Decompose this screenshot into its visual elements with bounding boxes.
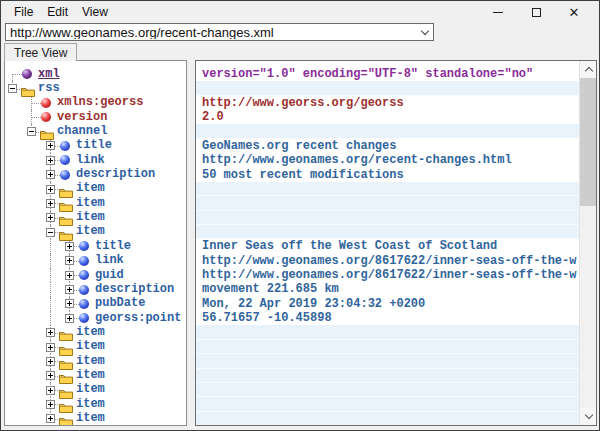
value-row[interactable]: http://www.geonames.org/8617622/inner-se… bbox=[196, 268, 579, 282]
value-row[interactable]: http://www.geonames.org/8617622/inner-se… bbox=[196, 254, 579, 268]
tree-row: pubDate bbox=[5, 297, 186, 311]
tree-node-label[interactable]: item bbox=[76, 398, 105, 411]
expand-toggle-icon[interactable] bbox=[65, 299, 74, 308]
tree-node-label[interactable]: guid bbox=[95, 269, 124, 282]
maximize-button[interactable] bbox=[517, 1, 555, 23]
collapse-toggle-icon[interactable] bbox=[27, 127, 36, 136]
collapse-toggle-icon[interactable] bbox=[8, 84, 17, 93]
tree-row: item bbox=[5, 225, 186, 239]
tree-node-label[interactable]: xmlns:georss bbox=[57, 96, 143, 109]
tree-guide-line bbox=[12, 74, 22, 75]
menu-edit[interactable]: Edit bbox=[40, 3, 75, 21]
tree-node-label[interactable]: title bbox=[76, 139, 112, 152]
vertical-scrollbar[interactable] bbox=[579, 61, 596, 425]
expand-toggle-icon[interactable] bbox=[46, 343, 55, 352]
expand-toggle-icon[interactable] bbox=[46, 156, 55, 165]
expand-toggle-icon[interactable] bbox=[46, 328, 55, 337]
tree-row: item bbox=[5, 383, 186, 397]
menu-view[interactable]: View bbox=[75, 3, 115, 21]
value-row-empty bbox=[196, 182, 579, 196]
tree-row: item bbox=[5, 354, 186, 368]
scroll-down-button[interactable] bbox=[580, 408, 597, 425]
expand-toggle-icon[interactable] bbox=[65, 242, 74, 251]
expand-toggle-icon[interactable] bbox=[46, 213, 55, 222]
collapse-toggle-icon[interactable] bbox=[46, 228, 55, 237]
tree-node-label[interactable]: description bbox=[76, 168, 155, 181]
expand-toggle-icon[interactable] bbox=[65, 285, 74, 294]
expand-toggle-icon[interactable] bbox=[46, 185, 55, 194]
pane-splitter[interactable] bbox=[187, 60, 195, 426]
value-row[interactable]: movement 221.685 km bbox=[196, 282, 579, 296]
value-row[interactable]: http://www.georss.org/georss bbox=[196, 96, 579, 110]
scrollbar-thumb[interactable] bbox=[580, 78, 597, 206]
blue-sphere-icon bbox=[79, 313, 89, 323]
blue-sphere-icon bbox=[60, 155, 70, 165]
tree-row: channel bbox=[5, 124, 186, 138]
tree-node-label[interactable]: georss:point bbox=[95, 312, 181, 325]
tree-node-label[interactable]: xml bbox=[38, 68, 60, 81]
tree-node-label[interactable]: item bbox=[76, 340, 105, 353]
expand-toggle-icon[interactable] bbox=[46, 386, 55, 395]
value-row[interactable]: 56.71657 -10.45898 bbox=[196, 311, 579, 325]
tree-node-label[interactable]: title bbox=[95, 240, 131, 253]
tree-row: georss:point bbox=[5, 311, 186, 325]
expand-toggle-icon[interactable] bbox=[46, 357, 55, 366]
tree-node-label[interactable]: rss bbox=[38, 82, 60, 95]
tree-node-label[interactable]: item bbox=[76, 326, 105, 339]
tree-node-label[interactable]: item bbox=[76, 225, 105, 238]
expand-toggle-icon[interactable] bbox=[65, 314, 74, 323]
tree-node-label[interactable]: item bbox=[76, 182, 105, 195]
tree-node-label[interactable]: version bbox=[57, 111, 107, 124]
tree-node-label[interactable]: item bbox=[76, 197, 105, 210]
expand-toggle-icon[interactable] bbox=[46, 371, 55, 380]
url-input[interactable] bbox=[6, 25, 417, 39]
menu-file[interactable]: File bbox=[7, 3, 40, 21]
value-row-empty bbox=[196, 124, 579, 138]
tree-row: title bbox=[5, 239, 186, 253]
value-row[interactable]: version="1.0" encoding="UTF-8" standalon… bbox=[196, 67, 579, 81]
value-row[interactable]: Mon, 22 Apr 2019 23:04:32 +0200 bbox=[196, 297, 579, 311]
chevron-down-icon bbox=[584, 411, 592, 419]
tree-row: version bbox=[5, 110, 186, 124]
tree-node-label[interactable]: item bbox=[76, 211, 105, 224]
close-button[interactable]: ✕ bbox=[555, 1, 593, 23]
red-sphere-icon bbox=[41, 98, 51, 108]
combobox-dropdown-button[interactable] bbox=[417, 24, 433, 40]
expand-toggle-icon[interactable] bbox=[46, 170, 55, 179]
expand-toggle-icon[interactable] bbox=[65, 256, 74, 265]
scroll-up-button[interactable] bbox=[580, 61, 597, 78]
tab-tree-view[interactable]: Tree View bbox=[4, 43, 77, 61]
tree-node-label[interactable]: description bbox=[95, 283, 174, 296]
tree-node-label[interactable]: item bbox=[76, 412, 105, 425]
tree-row: item bbox=[5, 340, 186, 354]
tree-guide-line bbox=[50, 297, 51, 311]
value-row[interactable]: Inner Seas off the West Coast of Scotlan… bbox=[196, 239, 579, 253]
expand-toggle-icon[interactable] bbox=[46, 141, 55, 150]
expand-toggle-icon[interactable] bbox=[65, 271, 74, 280]
tree-node-label[interactable]: pubDate bbox=[95, 297, 145, 310]
value-row[interactable]: 2.0 bbox=[196, 110, 579, 124]
tree-node-label[interactable]: link bbox=[76, 154, 105, 167]
value-row[interactable]: GeoNames.org recent changes bbox=[196, 139, 579, 153]
value-row-empty bbox=[196, 211, 579, 225]
maximize-icon bbox=[532, 8, 541, 17]
value-row[interactable]: 50 most recent modifications bbox=[196, 168, 579, 182]
window-controls: ✕ bbox=[479, 1, 593, 23]
expand-toggle-icon[interactable] bbox=[46, 400, 55, 409]
expand-toggle-icon[interactable] bbox=[46, 414, 55, 423]
value-row[interactable]: http://www.geonames.org/recent-changes.h… bbox=[196, 153, 579, 167]
xml-tree-pane: xmlrssxmlns:georssversionchanneltitlelin… bbox=[4, 60, 187, 426]
tree-node-label[interactable]: item bbox=[76, 383, 105, 396]
tree-row: item bbox=[5, 412, 186, 426]
expand-toggle-icon[interactable] bbox=[46, 199, 55, 208]
tree-node-label[interactable]: channel bbox=[57, 125, 107, 138]
tree-guide-line bbox=[31, 117, 41, 118]
tree-node-label[interactable]: item bbox=[76, 355, 105, 368]
value-row-empty bbox=[196, 340, 579, 354]
minimize-button[interactable] bbox=[479, 1, 517, 23]
tree-node-label[interactable]: item bbox=[76, 369, 105, 382]
value-row-empty bbox=[196, 225, 579, 239]
tree-node-label[interactable]: link bbox=[95, 254, 124, 267]
blue-sphere-icon bbox=[79, 299, 89, 309]
blue-sphere-icon bbox=[79, 285, 89, 295]
